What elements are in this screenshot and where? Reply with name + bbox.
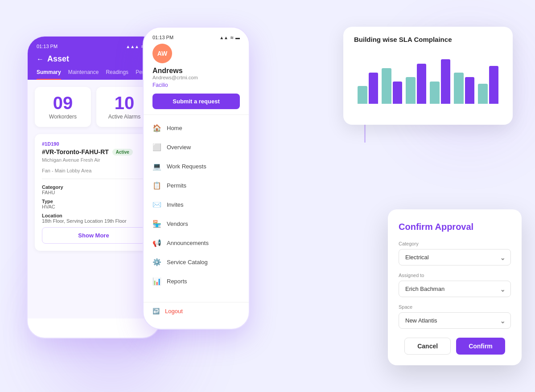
bar-purple-6 <box>489 66 499 104</box>
category-form-label: Category <box>399 241 511 246</box>
nav-item-overview[interactable]: ⬜ Overview <box>144 138 249 157</box>
category-label: Category <box>42 184 145 190</box>
phone1-header: 01:13 PM ▲▲▲ ≋ ▬ ← Asset Summary Mainten… <box>28 37 160 80</box>
phone-nav-screen: 01:13 PM ▲▲ ≋ ▬ AW Andrews Andrews@crtmi… <box>143 27 250 330</box>
bar-teal-5 <box>454 73 464 104</box>
wo-subtitle2: Fan - Main Lobby Area <box>42 168 145 173</box>
status-icons-2: ▲▲ ≋ ▬ <box>219 35 240 40</box>
battery-icon-2: ▬ <box>235 35 240 40</box>
reports-icon: 📊 <box>152 277 161 286</box>
space-form-group: Space New Atlantis ⌄ <box>399 304 511 329</box>
nav-menu: 🏠 Home ⬜ Overview 💻 Work Requests 📋 Perm… <box>144 115 249 327</box>
alarms-label: Active Alarms <box>103 114 145 120</box>
nav-item-work-requests[interactable]: 💻 Work Requests <box>144 157 249 176</box>
service-catalog-icon: ⚙️ <box>152 258 161 266</box>
tab-summary[interactable]: Summary <box>37 69 61 80</box>
assigned-select-wrapper: Erich Bachman ⌄ <box>399 281 511 297</box>
bar-purple-2 <box>393 82 403 104</box>
confirm-approval-dialog: Confirm Approval Category Electrical ⌄ A… <box>388 209 522 365</box>
nav-item-reports[interactable]: 📊 Reports <box>144 272 249 291</box>
nav-label-announcements: Announcements <box>167 240 209 246</box>
confirm-button[interactable]: Confirm <box>456 338 505 355</box>
nav-label-service-catalog: Service Catalog <box>167 259 208 265</box>
chevron-down-icon: ⌄ <box>500 253 506 261</box>
chart-title: Building wise SLA Complaince <box>354 36 502 43</box>
tab-bar-1: Summary Maintenance Readings Performance <box>37 69 151 80</box>
bar-teal-2 <box>382 68 391 104</box>
permits-icon: 📋 <box>152 181 161 190</box>
bar-group-4 <box>430 59 450 104</box>
phone1-body: 09 Workorders 10 Active Alarms #1D190 #V… <box>28 80 160 318</box>
bar-group-3 <box>406 64 426 104</box>
chart-area <box>354 50 502 104</box>
assigned-select[interactable]: Erich Bachman <box>399 281 511 297</box>
status-bar-1: 01:13 PM ▲▲▲ ≋ ▬ <box>37 44 151 49</box>
work-order-card: #1D190 #VR-Toronto-FAHU-RT Active Michig… <box>35 134 152 251</box>
type-value: HVAC <box>42 204 145 209</box>
logout-icon: ↩️ <box>152 308 160 314</box>
announcements-icon: 📢 <box>152 239 161 247</box>
phone-asset-screen: 01:13 PM ▲▲▲ ≋ ▬ ← Asset Summary Mainten… <box>27 36 160 339</box>
bar-teal-3 <box>406 77 416 104</box>
nav-label-reports: Reports <box>167 278 187 285</box>
tab-readings[interactable]: Readings <box>106 69 128 80</box>
bar-purple-4 <box>441 59 451 104</box>
time-2: 01:13 PM <box>152 35 173 40</box>
user-name: Andrews <box>152 67 240 75</box>
nav-item-home[interactable]: 🏠 Home <box>144 118 249 138</box>
signal-icon-2: ▲▲ <box>219 35 228 40</box>
bar-teal-4 <box>430 82 440 104</box>
nav-label-work-requests: Work Requests <box>167 163 206 170</box>
assigned-form-label: Assigned to <box>399 273 511 278</box>
bar-teal-1 <box>358 86 367 104</box>
invites-icon: ✉️ <box>152 200 161 209</box>
location-value: 18th Floor, Serving Location 19th Floor <box>42 218 145 224</box>
chevron-down-icon: ⌄ <box>500 285 506 293</box>
cancel-button[interactable]: Cancel <box>404 338 451 355</box>
space-form-label: Space <box>399 304 511 310</box>
bar-purple-1 <box>369 73 379 104</box>
location-label: Location <box>42 213 145 218</box>
phone2-header: 01:13 PM ▲▲ ≋ ▬ AW Andrews Andrews@crtmi… <box>144 28 249 115</box>
bar-group-6 <box>478 66 498 104</box>
category-value: FAHU <box>42 190 145 195</box>
page-title-1: Asset <box>47 54 69 64</box>
location-row: Location 18th Floor, Serving Location 19… <box>42 213 145 224</box>
user-email: Andrews@crtmi.com <box>152 75 240 80</box>
category-select-wrapper: Electrical ⌄ <box>399 249 511 265</box>
wo-subtitle1: Michigan Avenue Fresh Air <box>42 157 145 163</box>
category-select[interactable]: Electrical <box>399 249 511 265</box>
bar-group-1 <box>358 73 378 104</box>
nav-item-vendors[interactable]: 🏪 Vendors <box>144 214 249 233</box>
back-arrow-icon[interactable]: ← <box>37 55 44 63</box>
bar-teal-6 <box>478 84 488 104</box>
category-form-group: Category Electrical ⌄ <box>399 241 511 265</box>
overview-icon: ⬜ <box>152 143 161 151</box>
assigned-form-group: Assigned to Erich Bachman ⌄ <box>399 273 511 297</box>
dialog-title: Confirm Approval <box>399 222 511 232</box>
submit-request-button[interactable]: Submit a request <box>152 94 240 109</box>
dialog-actions: Cancel Confirm <box>399 338 511 355</box>
chart-connector <box>364 125 366 143</box>
bar-group-2 <box>382 68 402 104</box>
nav-label-home: Home <box>167 125 182 131</box>
workorders-stat-card: 09 Workorders <box>35 87 91 127</box>
bar-group-5 <box>454 73 474 104</box>
nav-label-vendors: Vendors <box>167 220 188 227</box>
avatar: AW <box>152 44 172 63</box>
nav-item-permits[interactable]: 📋 Permits <box>144 176 249 195</box>
nav-item-announcements[interactable]: 📢 Announcements <box>144 233 249 253</box>
nav-item-service-catalog[interactable]: ⚙️ Service Catalog <box>144 253 249 272</box>
logout-button[interactable]: ↩️ Logout <box>144 302 249 320</box>
user-company: Facilio <box>152 82 240 88</box>
vendors-icon: 🏪 <box>152 220 161 228</box>
nav-item-invites[interactable]: ✉️ Invites <box>144 195 249 214</box>
workorders-label: Workorders <box>42 114 84 120</box>
space-select[interactable]: New Atlantis <box>399 312 511 329</box>
tab-maintenance[interactable]: Maintenance <box>68 69 99 80</box>
type-row: Type HVAC <box>42 199 145 209</box>
show-more-button[interactable]: Show More <box>42 227 145 244</box>
alarms-count: 10 <box>103 94 145 112</box>
signal-icon: ▲▲▲ <box>126 44 139 49</box>
nav-label-invites: Invites <box>167 201 184 208</box>
